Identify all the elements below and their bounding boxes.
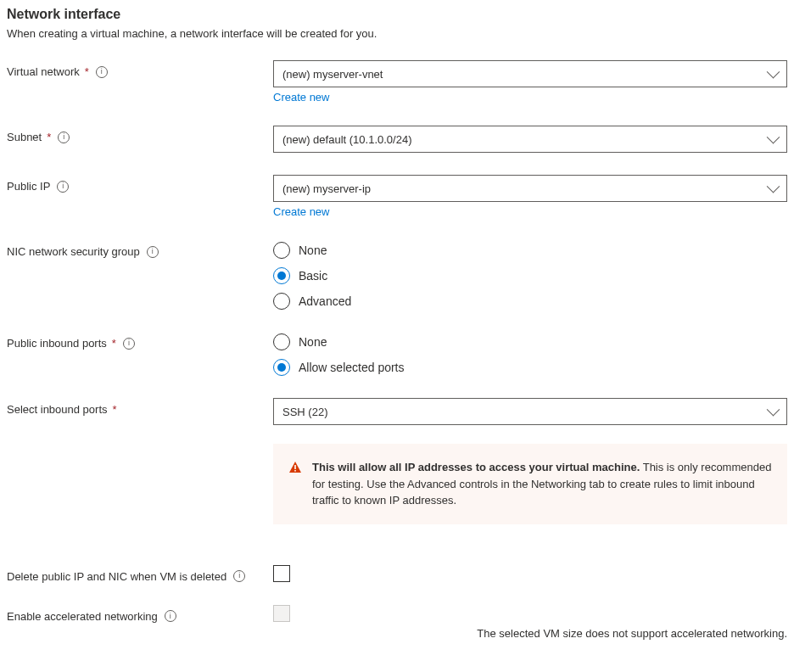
warning-message: This will allow all IP addresses to acce… bbox=[273, 444, 787, 524]
dropdown-value: (new) default (10.1.0.0/24) bbox=[282, 133, 411, 146]
radio-icon bbox=[273, 333, 290, 350]
accel-networking-checkbox bbox=[273, 605, 290, 622]
warning-bold: This will allow all IP addresses to acce… bbox=[312, 461, 640, 473]
accel-networking-helper: The selected VM size does not support ac… bbox=[273, 627, 787, 640]
subnet-label: Subnet * i bbox=[7, 126, 273, 143]
delete-on-vm-label: Delete public IP and NIC when VM is dele… bbox=[7, 565, 273, 583]
required-asterisk: * bbox=[85, 65, 89, 78]
radio-icon bbox=[273, 242, 290, 259]
radio-icon bbox=[273, 359, 290, 376]
inbound-ports-radio-group: None Allow selected ports bbox=[273, 332, 787, 376]
radio-label: None bbox=[299, 335, 327, 349]
select-ports-dropdown[interactable]: SSH (22) bbox=[273, 398, 787, 425]
create-new-vnet-link[interactable]: Create new bbox=[273, 91, 329, 104]
dropdown-value: SSH (22) bbox=[282, 406, 327, 418]
required-asterisk: * bbox=[112, 337, 116, 350]
radio-label: Advanced bbox=[299, 294, 351, 308]
inbound-ports-label: Public inbound ports * i bbox=[7, 332, 273, 350]
virtual-network-dropdown[interactable]: (new) myserver-vnet bbox=[273, 60, 787, 87]
dropdown-value: (new) myserver-vnet bbox=[282, 68, 383, 81]
nsg-radio-advanced[interactable]: Advanced bbox=[273, 293, 787, 310]
label-text: Delete public IP and NIC when VM is dele… bbox=[7, 570, 226, 583]
radio-label: Basic bbox=[299, 269, 327, 283]
svg-rect-0 bbox=[294, 465, 296, 469]
label-text: Enable accelerated networking bbox=[7, 610, 158, 623]
label-text: Subnet bbox=[7, 131, 42, 143]
radio-label: None bbox=[299, 244, 327, 257]
info-icon[interactable]: i bbox=[233, 570, 245, 582]
subnet-dropdown[interactable]: (new) default (10.1.0.0/24) bbox=[273, 126, 787, 153]
required-asterisk: * bbox=[47, 131, 51, 143]
public-ip-dropdown[interactable]: (new) myserver-ip bbox=[273, 175, 787, 202]
radio-icon bbox=[273, 267, 290, 284]
radio-label: Allow selected ports bbox=[299, 361, 405, 374]
section-title: Network interface bbox=[7, 7, 787, 22]
select-ports-label: Select inbound ports * bbox=[7, 398, 273, 416]
nsg-label: NIC network security group i bbox=[7, 240, 273, 258]
nsg-radio-basic[interactable]: Basic bbox=[273, 267, 787, 284]
public-ip-label: Public IP i bbox=[7, 175, 273, 193]
inbound-radio-none[interactable]: None bbox=[273, 333, 787, 350]
info-icon[interactable]: i bbox=[96, 66, 108, 78]
label-text: NIC network security group bbox=[7, 245, 140, 258]
radio-icon bbox=[273, 293, 290, 310]
required-asterisk: * bbox=[113, 403, 117, 416]
warning-text: This will allow all IP addresses to acce… bbox=[312, 459, 772, 509]
info-icon[interactable]: i bbox=[123, 338, 135, 350]
accel-networking-label: Enable accelerated networking i bbox=[7, 605, 273, 623]
virtual-network-label: Virtual network * i bbox=[7, 60, 273, 78]
info-icon[interactable]: i bbox=[57, 181, 69, 193]
create-new-publicip-link[interactable]: Create new bbox=[273, 205, 329, 218]
info-icon[interactable]: i bbox=[147, 246, 159, 258]
label-text: Select inbound ports bbox=[7, 403, 108, 416]
inbound-radio-allow[interactable]: Allow selected ports bbox=[273, 359, 787, 376]
delete-on-vm-checkbox[interactable] bbox=[273, 565, 290, 582]
warning-icon bbox=[288, 461, 302, 474]
info-icon[interactable]: i bbox=[58, 132, 70, 143]
nsg-radio-group: None Basic Advanced bbox=[273, 240, 787, 310]
section-description: When creating a virtual machine, a netwo… bbox=[7, 27, 787, 40]
label-text: Virtual network bbox=[7, 65, 80, 78]
svg-rect-1 bbox=[294, 470, 296, 472]
info-icon[interactable]: i bbox=[165, 610, 176, 622]
dropdown-value: (new) myserver-ip bbox=[282, 182, 371, 195]
label-text: Public inbound ports bbox=[7, 337, 107, 350]
label-text: Public IP bbox=[7, 180, 50, 193]
nsg-radio-none[interactable]: None bbox=[273, 242, 787, 259]
